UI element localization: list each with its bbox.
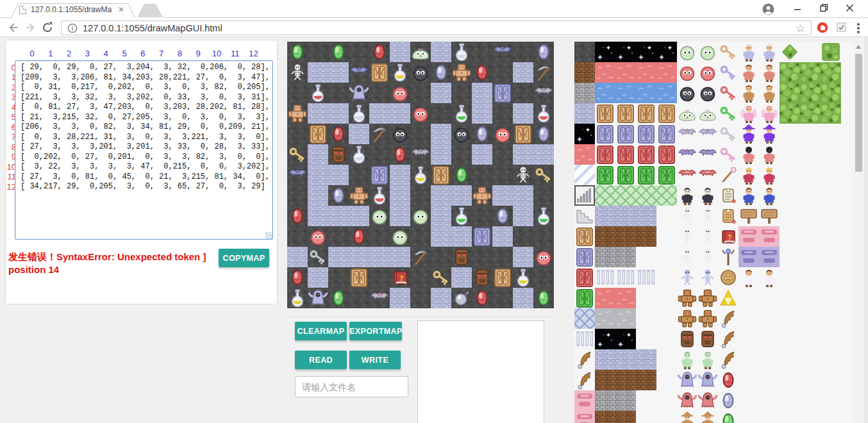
palette-tile[interactable]: [718, 206, 739, 226]
palette-tile[interactable]: [718, 103, 739, 124]
map-tile[interactable]: [369, 247, 390, 267]
map-tile[interactable]: [390, 288, 410, 308]
palette-tile[interactable]: [697, 411, 718, 423]
map-tile[interactable]: [533, 62, 554, 83]
palette-tile[interactable]: [759, 103, 780, 124]
map-tile[interactable]: [328, 247, 349, 267]
map-tile[interactable]: [451, 165, 472, 185]
palette-tile[interactable]: [718, 62, 739, 83]
palette-tile[interactable]: [780, 42, 800, 62]
palette-tile[interactable]: [697, 226, 718, 247]
palette-tile[interactable]: [656, 62, 677, 83]
palette-tile[interactable]: [697, 247, 718, 267]
map-tile[interactable]: [533, 103, 554, 124]
palette-tile[interactable]: [759, 42, 780, 62]
bookmark-star-icon[interactable]: ☆: [796, 22, 805, 35]
palette-tile[interactable]: [780, 62, 800, 83]
palette-tile[interactable]: [677, 206, 697, 226]
map-tile[interactable]: [451, 62, 472, 83]
adblock-extension-icon[interactable]: [817, 22, 828, 33]
map-tile[interactable]: [390, 124, 410, 144]
map-tile[interactable]: [328, 144, 349, 165]
palette-tile[interactable]: [595, 206, 615, 226]
palette-tile[interactable]: [739, 226, 759, 247]
palette-tile[interactable]: [677, 124, 697, 144]
map-tile[interactable]: [369, 144, 390, 165]
palette-tile[interactable]: [780, 103, 800, 124]
map-tile[interactable]: [369, 165, 390, 185]
palette-tile[interactable]: [739, 62, 759, 83]
palette-tile[interactable]: [636, 103, 656, 124]
palette-tile[interactable]: [656, 144, 677, 165]
export-output[interactable]: [417, 320, 544, 423]
palette-tile[interactable]: [677, 349, 697, 370]
palette-tile[interactable]: [677, 267, 697, 288]
palette-tile[interactable]: [595, 329, 615, 349]
palette-tile[interactable]: [759, 185, 780, 206]
copymap-button[interactable]: COPYMAP: [219, 249, 269, 267]
palette-tile[interactable]: [718, 288, 739, 308]
map-tile[interactable]: [492, 165, 513, 185]
palette-tile[interactable]: [718, 144, 739, 165]
map-tile[interactable]: [410, 288, 431, 308]
map-tile[interactable]: [390, 226, 410, 247]
scrollbar-thumb[interactable]: [855, 54, 862, 172]
palette-tile[interactable]: [615, 124, 636, 144]
map-tile[interactable]: [492, 42, 513, 62]
palette-tile[interactable]: [636, 267, 656, 288]
exportmap-button[interactable]: EXPORTMAP: [349, 322, 402, 340]
palette-tile[interactable]: [574, 144, 595, 165]
palette-tile[interactable]: [677, 103, 697, 124]
map-tile[interactable]: [287, 206, 308, 226]
palette-tile[interactable]: [595, 247, 615, 267]
map-tile[interactable]: [349, 247, 369, 267]
palette-tile[interactable]: [636, 185, 656, 206]
map-tile[interactable]: [533, 124, 554, 144]
map-tile[interactable]: [492, 267, 513, 288]
palette-tile[interactable]: [595, 62, 615, 83]
palette-tile[interactable]: [697, 206, 718, 226]
scrollbar-up-icon[interactable]: [856, 45, 861, 49]
new-tab-button[interactable]: [137, 4, 163, 17]
map-tile[interactable]: [287, 226, 308, 247]
palette-tile[interactable]: [718, 308, 739, 329]
palette-tile[interactable]: [656, 165, 677, 185]
palette-tile[interactable]: [759, 83, 780, 103]
palette-tile[interactable]: [677, 185, 697, 206]
palette-tile[interactable]: [739, 185, 759, 206]
palette-tile[interactable]: [677, 42, 697, 62]
palette-tile[interactable]: [759, 165, 780, 185]
palette-tile[interactable]: [739, 267, 759, 288]
map-tile[interactable]: [410, 62, 431, 83]
map-tile[interactable]: [349, 288, 369, 308]
palette-tile[interactable]: [718, 329, 739, 349]
map-tile[interactable]: [533, 165, 554, 185]
map-tile[interactable]: [472, 226, 492, 247]
map-tile[interactable]: [513, 83, 533, 103]
map-tile[interactable]: [390, 165, 410, 185]
map-tile[interactable]: [308, 267, 328, 288]
palette-tile[interactable]: [656, 42, 677, 62]
palette-tile[interactable]: [574, 62, 595, 83]
map-tile[interactable]: [369, 185, 390, 206]
map-tile[interactable]: [472, 83, 492, 103]
map-tile[interactable]: [451, 247, 472, 267]
palette-tile[interactable]: [615, 267, 636, 288]
palette-tile[interactable]: [697, 165, 718, 185]
palette-tile[interactable]: [574, 124, 595, 144]
palette-tile[interactable]: [595, 103, 615, 124]
palette-tile[interactable]: [697, 83, 718, 103]
map-tile[interactable]: [431, 83, 451, 103]
map-tile[interactable]: [369, 206, 390, 226]
map-tile[interactable]: [369, 42, 390, 62]
map-tile[interactable]: [369, 83, 390, 103]
map-tile[interactable]: [472, 124, 492, 144]
map-tile[interactable]: [431, 103, 451, 124]
map-tile[interactable]: [287, 267, 308, 288]
palette-tile[interactable]: [636, 42, 656, 62]
map-tile[interactable]: [451, 288, 472, 308]
map-tile[interactable]: [451, 124, 472, 144]
map-tile[interactable]: [533, 247, 554, 267]
map-tile[interactable]: [308, 124, 328, 144]
map-tile[interactable]: [472, 206, 492, 226]
